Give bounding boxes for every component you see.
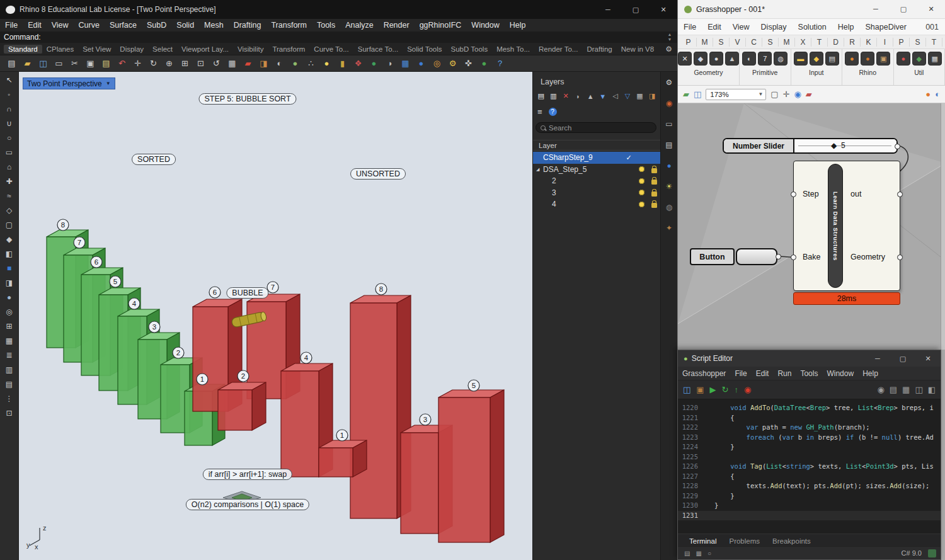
layers-search-input[interactable] (549, 124, 656, 132)
palette-group-label-input[interactable]: Input (809, 69, 823, 76)
more-icon[interactable]: ⋮ (6, 394, 13, 403)
pan-icon[interactable]: ✛ (130, 56, 146, 71)
grasshopper-menu-file[interactable]: File (678, 23, 702, 31)
panel-gear-icon[interactable]: ⚙ (666, 78, 673, 87)
monitor-panel-icon[interactable]: ▭ (665, 120, 672, 129)
run-icon[interactable]: ▶ (710, 385, 716, 394)
toolbar-tab-new-in-v8[interactable]: New in V8 (617, 45, 658, 54)
move-up-icon[interactable]: ▲ (585, 93, 595, 100)
viewport-dropdown-icon[interactable]: ▼ (106, 81, 111, 86)
util-icon-2[interactable]: ◆ (912, 52, 926, 66)
code-line-1226[interactable]: 1226 void Tag(List<string> texts, List<P… (678, 462, 941, 472)
freeform-icon[interactable]: ≈ (7, 191, 11, 200)
script-menu-window[interactable]: Window (822, 369, 858, 378)
grasshopper-menu-help[interactable]: Help (832, 23, 860, 31)
save-definition-icon[interactable]: ◫ (694, 89, 701, 99)
earth-green-icon[interactable]: ● (476, 56, 492, 71)
palette-group-label-geometry[interactable]: Geometry (694, 69, 723, 76)
script-menu-tools[interactable]: Tools (796, 369, 822, 378)
sheet-icon[interactable]: ▤ (6, 380, 13, 389)
list-icon[interactable]: ≣ (6, 351, 12, 360)
torus-icon[interactable]: ◎ (6, 307, 12, 316)
layer-lock-icon[interactable] (651, 191, 657, 197)
toolbar-gear-icon[interactable]: ⚙ (665, 45, 672, 54)
polygon-icon[interactable]: ⌂ (7, 163, 11, 171)
primitive-icon-3[interactable]: ◍ (774, 52, 788, 66)
layer-row-4[interactable]: 4 (533, 198, 660, 210)
script-menu-grasshopper[interactable]: Grasshopper (678, 369, 730, 378)
rhino-menu-transform[interactable]: Transform (266, 21, 312, 30)
primitive-icon-1[interactable]: ◐ (742, 52, 756, 66)
util-icon-1[interactable]: ● (896, 52, 910, 66)
component-tab-3-v[interactable]: V (730, 38, 746, 47)
script-menu-edit[interactable]: Edit (752, 369, 774, 378)
viewport-title-tab[interactable]: Two Point Perspective ▼ (23, 77, 115, 89)
diamond-icon[interactable]: ◆ (6, 235, 12, 244)
move-icon[interactable]: ✜ (461, 56, 476, 71)
toolbar-tab-curve-to-[interactable]: Curve To... (309, 45, 353, 54)
code-line-1224[interactable]: 1224 } (678, 442, 941, 452)
code-editor[interactable]: 1220 void AddTo(DataTree<Brep> tree, Lis… (678, 399, 941, 534)
detail-icon[interactable]: ⊡ (6, 409, 12, 418)
util-icon-3[interactable]: ▦ (928, 52, 942, 66)
undo-view-icon[interactable]: ↺ (209, 56, 224, 71)
ball-panel-icon[interactable]: ◍ (666, 203, 672, 212)
orbit-icon[interactable]: ↻ (146, 56, 161, 71)
button-press-area[interactable] (736, 248, 777, 265)
rectangle-icon[interactable]: ▭ (6, 148, 13, 157)
circle-icon[interactable]: ○ (7, 134, 11, 142)
bottom-tab-problems[interactable]: Problems (723, 537, 766, 545)
move-down-icon[interactable]: ▼ (598, 93, 608, 100)
layer-visibility-bulb-icon[interactable] (639, 178, 644, 184)
grasshopper-menu-display[interactable]: Display (755, 23, 793, 31)
bottom-tab-terminal[interactable]: Terminal (683, 537, 723, 545)
grid-cube-icon[interactable]: ▦ (224, 56, 240, 71)
push-icon[interactable]: ↑ (735, 385, 739, 394)
rhino-menu-solid[interactable]: Solid (171, 21, 199, 30)
shaded-view-icon[interactable]: ◐ (272, 56, 287, 71)
layer-row-3[interactable]: 3 (533, 187, 660, 199)
code-line-1225[interactable]: 1225 (678, 452, 941, 462)
input-nub-step[interactable] (791, 191, 796, 197)
toolbar-tab-surface-to-[interactable]: Surface To... (353, 45, 403, 54)
mesh-icon[interactable]: ▦ (6, 336, 13, 345)
split-horizontal-icon[interactable]: ◧ (928, 385, 936, 394)
copy-icon[interactable]: ▤ (890, 385, 897, 394)
input-nub-bake[interactable] (791, 254, 796, 260)
number-slider-component[interactable]: Number Slider ◆ 5 (723, 138, 898, 154)
new-layer-icon[interactable]: ▤ (536, 92, 546, 100)
viewport-canvas[interactable]: z y x 8765432167248135 (19, 72, 532, 560)
filter-icon[interactable]: ▽ (622, 92, 633, 100)
component-output-geometry[interactable]: Geometry (850, 253, 885, 261)
display-panel-icon[interactable]: ◉ (666, 99, 672, 108)
package-icon[interactable]: ▣ (696, 385, 704, 394)
lines-icon[interactable]: ✚ (6, 177, 12, 186)
grid-icon[interactable]: ⊞ (6, 322, 12, 331)
layer-lock-icon[interactable] (651, 180, 657, 185)
rhino-sphere-icon-2[interactable]: ● (861, 52, 874, 66)
save-icon[interactable]: ◫ (35, 56, 51, 71)
zoom-extents-icon[interactable]: ⊡ (193, 56, 209, 71)
output-nub-out[interactable] (897, 191, 903, 197)
droplet-icon[interactable]: ◗ (573, 93, 583, 100)
component-tab-7-x[interactable]: X (795, 38, 811, 47)
layer-row-csharpstep-9[interactable]: CSharpStep_9✓ (533, 152, 660, 164)
toolbar-tab-solid-tools[interactable]: Solid Tools (403, 45, 446, 54)
save-script-icon[interactable]: ◫ (683, 385, 690, 394)
code-line-1231[interactable]: 1231 (678, 511, 941, 521)
component-tab-11-k[interactable]: K (861, 38, 877, 47)
component-tab-5-s[interactable]: S (762, 38, 779, 47)
panel-icon[interactable]: ▥ (6, 365, 13, 374)
open-definition-icon[interactable]: ▰ (683, 89, 689, 99)
kernel-status-icon[interactable] (928, 549, 936, 557)
rhino-menu-tools[interactable]: Tools (312, 21, 340, 30)
extrude-icon[interactable]: ◨ (6, 278, 13, 287)
toolbar-tab-drafting[interactable]: Drafting (582, 45, 616, 54)
new-file-icon[interactable]: ▤ (4, 56, 20, 71)
slider-grip-icon[interactable]: ◆ (831, 141, 837, 150)
palette-group-label-rhino[interactable]: Rhino (859, 69, 876, 76)
slider-output-nub[interactable] (895, 144, 900, 149)
layers-hamburger-icon[interactable]: ≡ (537, 107, 542, 117)
collapse-icon[interactable]: ◁ (610, 92, 621, 100)
material-palette-icon[interactable]: ◨ (256, 56, 272, 71)
